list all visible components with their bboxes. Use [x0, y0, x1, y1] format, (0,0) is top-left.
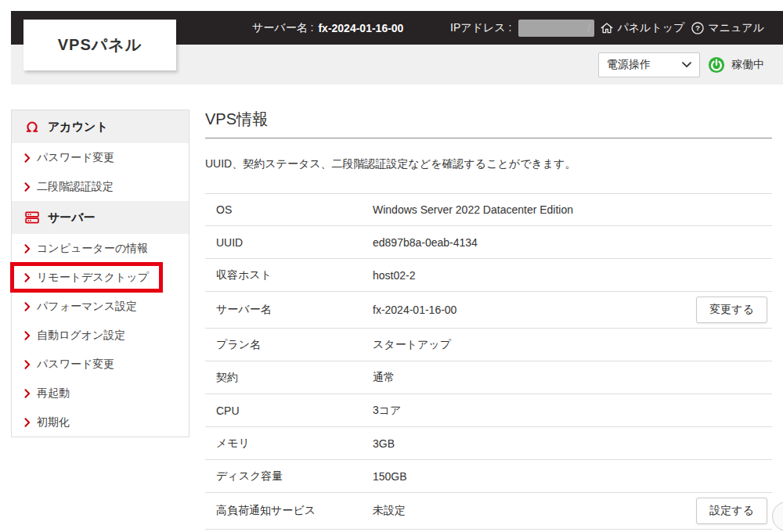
panel-top-link[interactable]: パネルトップ	[600, 21, 684, 35]
sidebar-item-label: パスワード変更	[37, 151, 114, 165]
row-value: 通常	[373, 371, 772, 385]
title-divider	[205, 138, 772, 138]
row-value: ed897b8a-0eab-4134	[373, 236, 772, 249]
sidebar-item-label: コンピューターの情報	[37, 242, 148, 256]
vps-info-table: OSWindows Server 2022 Datacenter Edition…	[205, 193, 772, 530]
user-icon	[24, 119, 40, 135]
sidebar-item[interactable]: パスワード変更	[12, 143, 189, 172]
table-row: 収容ホストhost02-2	[205, 259, 772, 292]
scroll-top-button[interactable]	[772, 501, 783, 531]
question-icon: ?	[691, 21, 705, 35]
row-label: ディスク容量	[205, 469, 373, 483]
sidebar-item-label: 再起動	[37, 386, 70, 401]
row-value: スタートアップ	[373, 338, 772, 352]
sidebar-item-label: 二段階認証設定	[37, 180, 114, 194]
table-row: 高負荷通知サービス未設定設定する	[205, 493, 772, 530]
table-row: プラン名スタートアップ	[205, 329, 772, 361]
table-row: ディスク容量150GB	[205, 460, 772, 493]
chevron-right-icon	[24, 360, 31, 369]
status-label: 稼働中	[731, 58, 764, 72]
ip-address-group: IPアドレス :	[450, 20, 594, 37]
table-row: サーバー名fx-2024-01-16-00変更する	[205, 292, 772, 329]
row-value: host02-2	[373, 269, 772, 282]
chevron-right-icon	[24, 302, 31, 311]
row-label: プラン名	[205, 338, 373, 352]
power-select-value: 電源操作	[607, 58, 651, 72]
row-label: 収容ホスト	[205, 268, 373, 282]
server-name-label: サーバー名 :	[252, 21, 313, 35]
row-label: 高負荷通知サービス	[205, 504, 373, 518]
sidebar-item-label: パスワード変更	[37, 358, 114, 372]
row-label: UUID	[205, 236, 373, 249]
table-row: メモリ3GB	[205, 427, 772, 460]
logo[interactable]: VPSパネル	[23, 20, 176, 70]
sidebar-section-title: サーバー	[48, 210, 96, 225]
table-row: UUIDed897b8a-0eab-4134	[205, 226, 772, 259]
server-name-group: サーバー名 : fx-2024-01-16-00	[252, 21, 403, 35]
row-label: メモリ	[205, 437, 373, 451]
chevron-right-icon	[24, 273, 31, 282]
chevron-down-icon	[682, 62, 691, 68]
ip-address-redacted-value	[518, 20, 594, 37]
sidebar-section-account: アカウント	[12, 110, 189, 143]
manual-link[interactable]: ? マニュアル	[691, 21, 764, 35]
table-row: 契約通常	[205, 361, 772, 394]
sidebar-item[interactable]: コンピューターの情報	[12, 234, 189, 263]
chevron-right-icon	[24, 331, 31, 340]
sidebar-item-label: 自動ログオン設定	[37, 329, 125, 343]
server-name-value: fx-2024-01-16-00	[318, 22, 403, 34]
sidebar-section-title: アカウント	[48, 120, 108, 135]
row-value: 150GB	[373, 470, 772, 483]
server-icon	[24, 210, 40, 225]
sidebar-item[interactable]: 自動ログオン設定	[12, 321, 189, 350]
row-value: 3GB	[373, 437, 772, 450]
configure-button[interactable]: 設定する	[696, 498, 767, 524]
row-label: OS	[205, 203, 373, 216]
sidebar: アカウントパスワード変更二段階認証設定サーバーコンピューターの情報リモートデスク…	[11, 110, 189, 437]
table-row: CPU3コア	[205, 394, 772, 427]
sidebar-item-label: 初期化	[37, 415, 70, 430]
ip-address-label: IPアドレス :	[450, 21, 511, 35]
row-label: サーバー名	[205, 303, 373, 317]
main-content: VPS情報 UUID、契約ステータス、二段階認証設定などを確認することができます…	[205, 110, 772, 530]
home-icon	[600, 21, 614, 35]
sidebar-item[interactable]: リモートデスクトップ	[12, 263, 189, 292]
row-value: 3コア	[373, 404, 772, 418]
row-value: Windows Server 2022 Datacenter Edition	[373, 203, 772, 216]
chevron-right-icon	[24, 389, 31, 398]
sidebar-item-label: リモートデスクトップ	[37, 271, 149, 285]
page-title: VPS情報	[205, 110, 772, 128]
manual-label: マニュアル	[708, 21, 764, 35]
chevron-right-icon	[24, 244, 31, 253]
chevron-right-icon	[24, 182, 31, 192]
row-label: 契約	[205, 371, 373, 385]
sidebar-item[interactable]: 初期化	[12, 408, 189, 437]
power-status-icon	[708, 56, 725, 74]
row-value: 未設定	[373, 504, 696, 518]
change-button[interactable]: 変更する	[696, 297, 767, 323]
page-description: UUID、契約ステータス、二段階認証設定などを確認することができます。	[205, 157, 772, 171]
svg-text:?: ?	[696, 24, 701, 32]
power-action-select[interactable]: 電源操作	[598, 52, 700, 77]
sidebar-section-server: サーバー	[12, 201, 189, 234]
chevron-right-icon	[24, 153, 31, 163]
header-links: / パネルトップ ? マニュアル	[588, 21, 765, 35]
logo-text: VPSパネル	[58, 34, 142, 56]
table-row: OSWindows Server 2022 Datacenter Edition	[205, 193, 772, 226]
sidebar-item-label: パフォーマンス設定	[37, 300, 137, 314]
chevron-right-icon	[24, 418, 31, 427]
row-value: fx-2024-01-16-00	[373, 304, 696, 316]
sidebar-item[interactable]: パフォーマンス設定	[12, 292, 189, 321]
sidebar-item[interactable]: 二段階認証設定	[12, 172, 189, 201]
row-label: CPU	[205, 404, 373, 417]
sidebar-item[interactable]: 再起動	[12, 379, 189, 408]
sidebar-item[interactable]: パスワード変更	[12, 350, 189, 379]
panel-top-label: パネルトップ	[617, 21, 684, 35]
separator: /	[588, 22, 591, 34]
